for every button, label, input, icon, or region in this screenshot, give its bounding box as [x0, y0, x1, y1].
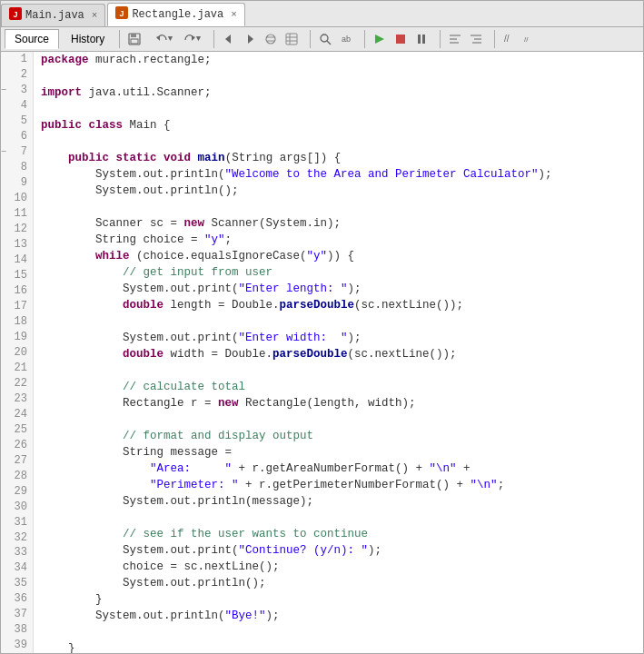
svg-text:J: J: [13, 10, 17, 19]
line-num-17: 17: [1, 299, 33, 314]
code-line-23: [34, 411, 643, 428]
line-num-25: 25: [1, 421, 33, 437]
code-line-32: choice = sc.nextLine();: [34, 559, 643, 575]
outdent-icon[interactable]: [466, 29, 486, 49]
search-icon[interactable]: [315, 29, 335, 49]
code-line-17: [34, 313, 643, 330]
code-line-16: double length = Double.parseDouble(sc.ne…: [34, 297, 643, 313]
line-num-36: 36: [1, 591, 33, 607]
line-num-15: 15: [1, 268, 33, 283]
code-line-8: System.out.println("Welcome to the Area …: [34, 166, 643, 183]
uncomment-icon[interactable]: //: [520, 29, 540, 49]
redo-icon[interactable]: ▼: [178, 29, 205, 49]
line-num-22: 22: [1, 375, 33, 391]
code-line-20: [34, 362, 643, 379]
line-num-33: 33: [1, 545, 33, 560]
code-line-30: // see if the user wants to continue: [34, 526, 643, 542]
svg-rect-6: [131, 39, 138, 44]
code-line-3: import java.util.Scanner;: [34, 84, 643, 101]
code-line-33: System.out.println();: [34, 575, 643, 591]
run-last-icon[interactable]: [370, 29, 390, 49]
format-group: [445, 29, 486, 49]
line-num-4: 4: [1, 98, 33, 114]
line-num-32: 32: [1, 530, 33, 545]
svg-rect-14: [286, 34, 297, 45]
editor-container: 12−3456−78910111213141516171819202122232…: [1, 52, 643, 653]
indent-icon[interactable]: [445, 29, 465, 49]
code-line-12: String choice = "y";: [34, 232, 643, 248]
forward-icon[interactable]: [240, 29, 260, 49]
main-java-icon: J: [9, 7, 22, 24]
tab-main-label: Main.java: [25, 9, 84, 22]
code-line-6: [34, 134, 643, 150]
line-num-29: 29: [1, 483, 33, 499]
code-line-14: // get input from user: [34, 264, 643, 281]
undo-icon[interactable]: ▼: [150, 29, 177, 49]
rectangle-java-icon: J: [115, 6, 128, 23]
save-icon[interactable]: [124, 29, 144, 49]
line-num-21: 21: [1, 360, 33, 375]
comment-group: // //: [500, 29, 540, 49]
tab-rectangle-java[interactable]: J Rectangle.java ×: [107, 3, 244, 26]
line-num-31: 31: [1, 514, 33, 530]
toggle-breakpoint-icon[interactable]: [261, 29, 281, 49]
code-line-1: package murach.rectangle;: [34, 52, 643, 68]
line-num-37: 37: [1, 607, 33, 622]
svg-marker-7: [156, 35, 160, 41]
save-group: [124, 29, 144, 49]
pause-icon[interactable]: [411, 29, 431, 49]
svg-line-19: [327, 41, 331, 45]
tab-rectangle-label: Rectangle.java: [132, 8, 223, 21]
svg-text:J: J: [120, 9, 124, 18]
code-line-24: // format and display output: [34, 428, 643, 444]
toolbar: Source History ▼ ▼: [1, 27, 643, 52]
source-tab[interactable]: Source: [5, 29, 59, 49]
line-num-19: 19: [1, 329, 33, 344]
goto-icon[interactable]: [282, 29, 302, 49]
code-line-22: Rectangle r = new Rectangle(length, widt…: [34, 395, 643, 411]
code-line-2: [34, 68, 643, 84]
toolbar-sep-3: [310, 30, 311, 48]
code-line-29: [34, 510, 643, 526]
code-line-36: [34, 624, 643, 640]
tab-bar: J Main.java × J Rectangle.java ×: [1, 1, 643, 27]
back-icon[interactable]: [219, 29, 239, 49]
line-num-35: 35: [1, 576, 33, 591]
line-num-5: 5: [1, 114, 33, 129]
toolbar-sep-5: [440, 30, 441, 48]
svg-marker-8: [192, 35, 195, 41]
history-tab[interactable]: History: [61, 29, 114, 49]
svg-rect-24: [422, 35, 425, 44]
toolbar-sep-2: [213, 30, 214, 48]
line-num-16: 16: [1, 283, 33, 299]
tab-main-java[interactable]: J Main.java ×: [1, 4, 105, 26]
line-num-1: 1: [1, 52, 33, 67]
svg-marker-9: [225, 35, 231, 44]
code-line-7: public static void main(String args[]) {: [34, 150, 643, 166]
svg-rect-5: [131, 34, 136, 37]
code-line-15: System.out.print("Enter length: ");: [34, 281, 643, 297]
line-num-26: 26: [1, 437, 33, 452]
comment-icon[interactable]: //: [500, 29, 520, 49]
line-num-23: 23: [1, 391, 33, 406]
code-line-26: "Area: " + r.getAreaNumberFormat() + "\n…: [34, 461, 643, 477]
line-num-8: 8: [1, 160, 33, 175]
svg-text:ab: ab: [342, 35, 351, 44]
code-line-9: System.out.println();: [34, 183, 643, 199]
code-area[interactable]: package murach.rectangle; import java.ut…: [34, 52, 643, 653]
toolbar-sep-4: [364, 30, 365, 48]
compile-run-group: [370, 29, 431, 49]
tab-main-close[interactable]: ×: [92, 10, 98, 21]
svg-rect-22: [396, 35, 405, 44]
line-num-38: 38: [1, 622, 33, 638]
code-line-25: String message =: [34, 444, 643, 461]
code-line-35: System.out.println("Bye!");: [34, 608, 643, 624]
toolbar-sep-1: [119, 30, 120, 48]
stop-icon[interactable]: [391, 29, 411, 49]
line-num-2: 2: [1, 67, 33, 83]
line-num-10: 10: [1, 191, 33, 206]
replace-icon[interactable]: ab: [336, 29, 356, 49]
code-line-18: System.out.print("Enter width: ");: [34, 330, 643, 346]
tab-rectangle-close[interactable]: ×: [231, 9, 237, 20]
line-num-9: 9: [1, 175, 33, 191]
